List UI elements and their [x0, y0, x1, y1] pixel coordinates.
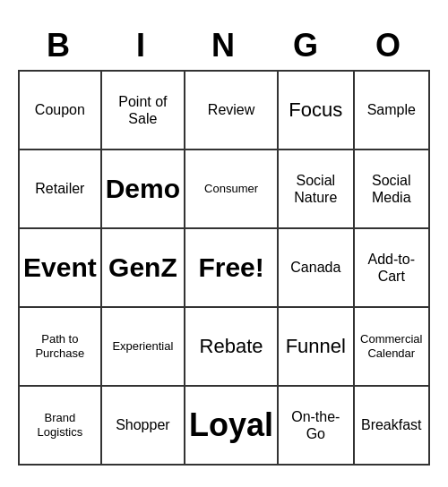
cell-text: Rebate — [200, 335, 263, 358]
bingo-cell: Sample — [355, 72, 430, 150]
bingo-cell: Add-to-Cart — [355, 229, 430, 308]
cell-text: Funnel — [286, 335, 346, 358]
bingo-cell: Retailer — [20, 150, 102, 229]
cell-text: Focus — [289, 98, 342, 122]
cell-text: GenZ — [108, 252, 177, 284]
bingo-cell: Loyal — [185, 387, 279, 466]
header-letter: O — [348, 21, 430, 70]
bingo-cell: Commercial Calendar — [355, 308, 430, 387]
bingo-cell: Funnel — [279, 308, 354, 387]
bingo-cell: Demo — [102, 150, 185, 229]
bingo-cell: Breakfast — [355, 387, 430, 466]
bingo-cell: Free! — [185, 229, 279, 308]
header-letter: B — [18, 21, 100, 70]
bingo-cell: Path to Purchase — [20, 308, 102, 387]
bingo-card: BINGO CouponPoint of SaleReviewFocusSamp… — [9, 13, 439, 474]
cell-text: Coupon — [35, 101, 85, 118]
bingo-cell: Consumer — [185, 150, 279, 229]
cell-text: Brand Logistics — [23, 411, 97, 439]
bingo-cell: Brand Logistics — [20, 387, 102, 466]
cell-text: Point of Sale — [106, 93, 180, 127]
bingo-cell: On-the-Go — [279, 387, 354, 466]
cell-text: Event — [23, 252, 97, 284]
cell-text: Retailer — [35, 180, 84, 197]
cell-text: Consumer — [204, 182, 258, 196]
bingo-cell: Experiential — [102, 308, 185, 387]
bingo-cell: Focus — [279, 72, 354, 150]
bingo-cell: Review — [185, 72, 279, 150]
bingo-cell: GenZ — [102, 229, 185, 308]
cell-text: Commercial Calendar — [358, 332, 425, 360]
cell-text: Breakfast — [361, 416, 422, 433]
header-letter: I — [100, 21, 183, 70]
bingo-cell: Social Media — [355, 150, 430, 229]
cell-text: Demo — [106, 173, 180, 205]
bingo-header: BINGO — [18, 21, 430, 70]
bingo-cell: Point of Sale — [102, 72, 185, 150]
cell-text: Sample — [367, 101, 416, 118]
cell-text: On-the-Go — [282, 408, 349, 442]
bingo-grid: CouponPoint of SaleReviewFocusSampleReta… — [18, 70, 430, 466]
cell-text: Experiential — [112, 339, 173, 354]
bingo-cell: Social Nature — [279, 150, 354, 229]
bingo-cell: Coupon — [20, 72, 102, 150]
header-letter: N — [183, 21, 265, 70]
cell-text: Shopper — [116, 416, 170, 433]
bingo-cell: Canada — [279, 229, 354, 308]
cell-text: Review — [208, 101, 254, 118]
cell-text: Path to Purchase — [23, 332, 97, 360]
bingo-cell: Rebate — [185, 308, 279, 387]
cell-text: Loyal — [189, 406, 273, 444]
bingo-cell: Shopper — [102, 387, 185, 466]
cell-text: Free! — [198, 252, 263, 284]
cell-text: Social Media — [358, 172, 425, 206]
cell-text: Add-to-Cart — [358, 251, 425, 285]
bingo-cell: Event — [20, 229, 102, 308]
cell-text: Social Nature — [282, 172, 349, 206]
cell-text: Canada — [290, 259, 340, 276]
header-letter: G — [265, 21, 348, 70]
